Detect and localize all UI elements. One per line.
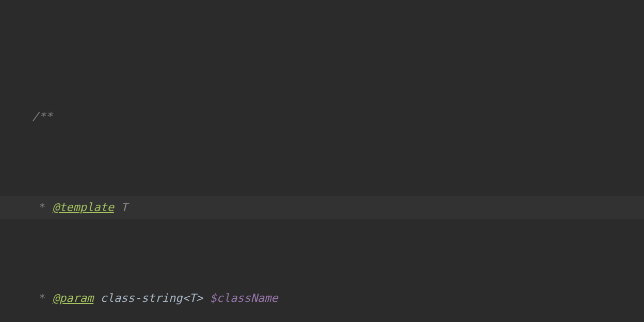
doc-open: /** xyxy=(32,110,53,123)
phpdoc-template-tag: @template xyxy=(53,201,114,214)
phpdoc-param-tag: @param xyxy=(53,292,93,304)
phpdoc-param-var: $className xyxy=(210,292,278,304)
code-editor[interactable]: /** * @template T * @param class-string<… xyxy=(0,0,644,322)
docblock-open: /** xyxy=(0,105,644,128)
docblock-param: * @param class-string<T> $className xyxy=(0,287,644,310)
docblock-template: * @template T xyxy=(0,196,644,219)
